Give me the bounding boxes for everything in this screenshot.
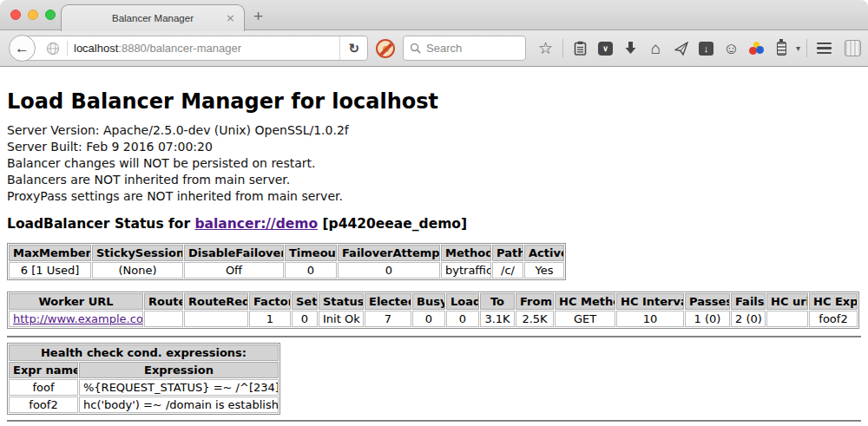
smiley-icon: ☺ (723, 41, 739, 56)
expression-value: hc('body') =~ /domain is established/ (79, 397, 279, 413)
new-tab-button[interactable]: + (253, 7, 263, 26)
table-header-row: MaxMembers StickySession DisableFailover… (9, 245, 564, 261)
colored-dots-icon (749, 42, 764, 56)
active-value: Yes (524, 262, 564, 279)
urlbar-divider (67, 41, 68, 56)
routeredir-value (184, 311, 248, 327)
expr-row: foof %{REQUEST_STATUS} =~ /^[234]/ (9, 379, 279, 396)
reload-button[interactable]: ↻ (339, 36, 367, 60)
video-download-extension-button[interactable]: ↓ (695, 37, 717, 60)
reload-icon: ↻ (348, 41, 359, 56)
page-title: Load Balancer Manager for localhost (7, 89, 861, 114)
column-header: Fails (731, 293, 766, 310)
search-bar[interactable] (403, 36, 526, 61)
column-header: FailoverAttempts (338, 245, 440, 261)
grid-icon (845, 40, 861, 56)
downloads-button[interactable] (620, 37, 641, 60)
adblock-extension-button[interactable] (376, 39, 395, 58)
clipboard-icon (574, 41, 587, 56)
failoverattempts-value: 0 (338, 262, 440, 279)
close-window-button[interactable] (10, 10, 21, 20)
health-table-title: Health check cond. expressions: (9, 344, 279, 361)
zoom-window-button[interactable] (45, 10, 56, 20)
navigation-toolbar: ← localhost:8880/balancer-manager ↻ (0, 29, 868, 67)
back-arrow-icon: ← (15, 41, 30, 56)
bottom-divider (7, 420, 861, 422)
server-version-line: Server Version: Apache/2.5.0-dev (Unix) … (7, 122, 861, 139)
column-header: Expression (79, 362, 279, 378)
send-tab-button[interactable] (670, 37, 692, 60)
pocket-button[interactable]: ∨ (595, 37, 616, 60)
url-bar[interactable]: localhost:8880/balancer-manager ↻ (23, 36, 368, 61)
loadbalancer-heading-prefix: LoadBalancer Status for (7, 216, 194, 232)
home-icon: ⌂ (651, 40, 661, 56)
download-icon (624, 42, 637, 55)
loadbalancer-heading-suffix: [p4420eeae_demo] (318, 216, 467, 232)
inherit-notice-line: Balancers are NOT inherited from main se… (7, 172, 861, 188)
search-input[interactable] (426, 42, 513, 55)
table-title-row: Health check cond. expressions: (9, 344, 279, 361)
clipboard-extension-button[interactable] (569, 37, 591, 60)
balancer-demo-link[interactable]: balancer://demo (194, 216, 318, 232)
column-header: HC Method (555, 293, 615, 310)
from-value: 2.5K (516, 311, 554, 327)
busy-value: 0 (412, 311, 445, 327)
back-button[interactable]: ← (9, 35, 36, 62)
search-icon (410, 43, 421, 54)
table-row: 6 [1 Used] (None) Off 0 0 bytraffic /c/ … (9, 262, 564, 279)
worker-status-table: Worker URL Route RouteRedir Factor Set S… (7, 292, 859, 329)
column-header: Timeout (285, 245, 337, 261)
factor-value: 1 (249, 311, 291, 327)
toolbar-buttons: ☆ ∨ ⌂ (535, 37, 864, 60)
hamburger-icon (817, 43, 832, 55)
bookmark-star-button[interactable]: ☆ (535, 37, 556, 60)
column-header: HC Expr (809, 293, 858, 310)
column-header: Method (441, 245, 491, 261)
column-header: Path (492, 245, 523, 261)
worker-url-link[interactable]: http://www.example.com/ (13, 312, 143, 325)
column-header: Route (144, 293, 183, 310)
tab-balancer-manager[interactable]: Balancer Manager × (61, 4, 245, 31)
minimize-window-button[interactable] (28, 10, 38, 20)
disablefailover-value: Off (184, 262, 284, 279)
colored-dots-extension-button[interactable] (746, 37, 767, 60)
window-controls (10, 10, 56, 20)
section-divider (7, 336, 861, 338)
timeout-value: 0 (285, 262, 337, 279)
server-info: Server Version: Apache/2.5.0-dev (Unix) … (7, 122, 861, 205)
page-content: Load Balancer Manager for localhost Serv… (0, 89, 868, 422)
column-header: Busy (412, 293, 445, 310)
balancer-settings-table: MaxMembers StickySession DisableFailover… (7, 243, 566, 280)
column-header: Expr name (9, 362, 78, 378)
column-header: Active (524, 245, 564, 261)
server-built-line: Server Built: Feb 9 2016 07:00:20 (7, 139, 861, 155)
url-path: :8880/balancer-manager (118, 42, 241, 55)
paper-plane-icon (674, 42, 688, 56)
column-header: Set (292, 293, 318, 310)
menu-button[interactable] (813, 37, 835, 60)
path-value: /c/ (492, 262, 523, 279)
loadbalancer-heading: LoadBalancer Status for balancer://demo … (7, 216, 861, 232)
fails-value: 2 (0) (731, 311, 766, 327)
url-text[interactable]: localhost:8880/balancer-manager (74, 42, 241, 55)
tiles-extension-button[interactable] (842, 37, 864, 60)
home-button[interactable]: ⌂ (645, 37, 667, 60)
hc-uri-value (766, 311, 808, 327)
stickysession-value: (None) (92, 262, 183, 279)
column-header: HC uri (766, 293, 808, 310)
toolbar-divider (562, 39, 563, 57)
tab-close-icon[interactable]: × (226, 11, 235, 24)
proxypass-notice-line: ProxyPass settings are NOT inherited fro… (7, 188, 861, 205)
set-value: 0 (292, 311, 318, 327)
chat-extension-button[interactable]: ☺ (720, 37, 742, 60)
worker-row: http://www.example.com/ 1 0 Init Ok 7 0 … (9, 311, 858, 327)
column-header: Status (319, 293, 364, 310)
site-identity-globe-icon[interactable] (46, 42, 60, 56)
battery-extension-button[interactable] (771, 37, 792, 60)
overflow-caret-icon[interactable]: ▾ (796, 43, 800, 53)
browser-window: Balancer Manager × + ← localhost:8880/ba… (0, 0, 868, 426)
hc-interval-value: 10 (616, 311, 684, 327)
expr-row: foof2 hc('body') =~ /domain is establish… (9, 397, 279, 413)
download-box-icon: ↓ (699, 42, 713, 56)
column-header: Elected (365, 293, 411, 310)
